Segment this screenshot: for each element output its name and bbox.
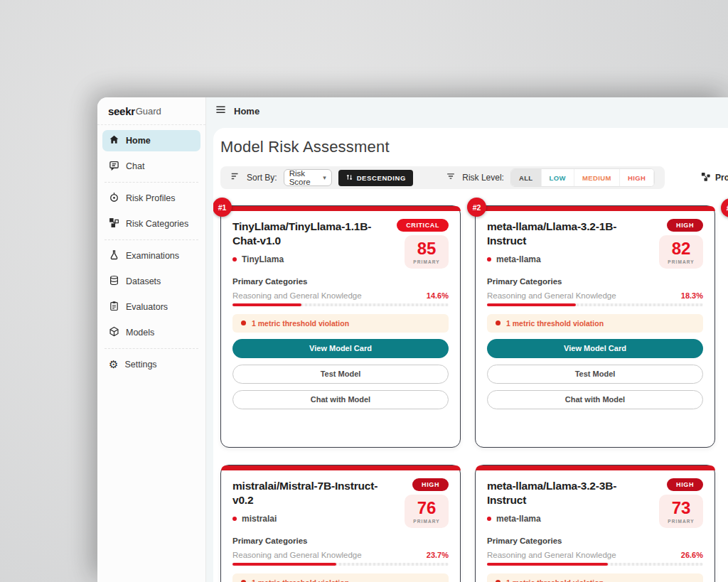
category-name: Reasoning and General Knowledge <box>232 551 362 559</box>
sidebar: seekr Guard Home Chat Risk Prof <box>97 97 206 582</box>
provider-name: meta-llama <box>496 514 541 524</box>
sort-select-value: Risk Score <box>289 169 323 186</box>
provider-name: meta-llama <box>496 254 541 264</box>
category-percent: 26.6% <box>681 551 703 559</box>
violation-dot-icon <box>496 320 500 325</box>
toolbar: Sort By: Risk Score ▾ DESCENDING <box>220 166 728 189</box>
category-row: Reasoning and General Knowledge 23.7% <box>232 551 449 559</box>
gear-icon: ⚙ <box>109 360 118 370</box>
chat-with-model-button[interactable]: Chat with Model <box>487 390 703 409</box>
sidebar-item-risk-profiles[interactable]: Risk Profiles <box>102 188 200 209</box>
category-percent: 14.6% <box>427 291 449 300</box>
risk-score: 76 <box>405 500 449 517</box>
chevron-down-icon: ▾ <box>323 175 326 181</box>
profiles-label: Prof <box>715 173 728 183</box>
risk-level-all[interactable]: ALL <box>511 169 542 186</box>
view-model-card-button[interactable]: View Model Card <box>487 339 703 358</box>
category-row: Reasoning and General Knowledge 18.3% <box>487 291 703 300</box>
risk-score-box: 82 PRIMARY <box>659 235 703 269</box>
models-icon <box>109 326 119 339</box>
sidebar-item-home[interactable]: Home <box>102 130 200 151</box>
model-card: #2 HIGH 82 PRIMARY meta-llama/Llama-3.2-… <box>475 205 715 448</box>
topbar-page-title: Home <box>234 106 259 117</box>
sidebar-item-label: Home <box>126 136 151 146</box>
category-progress-track <box>232 303 449 306</box>
risk-level-label: Risk Level: <box>462 173 504 183</box>
sidebar-item-models[interactable]: Models <box>102 322 200 343</box>
risk-score-box: 73 PRIMARY <box>659 495 703 528</box>
sidebar-item-label: Risk Categories <box>126 219 188 229</box>
category-row: Reasoning and General Knowledge 14.6% <box>232 291 449 300</box>
violation-alert: 1 metric threshold violation <box>232 314 449 333</box>
sort-filter-bar: Sort By: Risk Score ▾ DESCENDING <box>220 166 665 189</box>
risk-level-critical[interactable]: CRITICAL <box>654 169 655 186</box>
provider-name: mistralai <box>242 514 277 524</box>
sidebar-divider <box>105 182 198 183</box>
sort-select[interactable]: Risk Score ▾ <box>284 169 332 186</box>
model-cards-grid: #1 CRITICAL 85 PRIMARY TinyLlama/TinyLla… <box>220 205 718 582</box>
brand-logo: seekr Guard <box>97 97 205 125</box>
category-row: Reasoning and General Knowledge 26.6% <box>487 551 703 559</box>
primary-categories-label: Primary Categories <box>487 277 703 286</box>
examinations-icon <box>109 249 119 262</box>
primary-categories-label: Primary Categories <box>232 277 449 286</box>
sidebar-item-chat[interactable]: Chat <box>102 156 200 177</box>
sidebar-item-label: Chat <box>126 161 144 171</box>
content-wrap: Model Risk Assessment Sort By: Risk Scor… <box>206 125 728 582</box>
card-risk-bar <box>221 465 461 470</box>
sort-direction-button[interactable]: DESCENDING <box>338 170 413 186</box>
violation-dot-icon <box>241 320 246 325</box>
risk-score: 85 <box>405 240 449 257</box>
app-window: seekr Guard Home Chat Risk Prof <box>97 97 728 582</box>
brand-name-bold: seekr <box>108 105 135 117</box>
category-name: Reasoning and General Knowledge <box>487 291 616 300</box>
sidebar-item-evaluators[interactable]: Evaluators <box>102 296 200 318</box>
model-card: HIGH 73 PRIMARY meta-llama/Llama-3.2-3B-… <box>475 465 715 582</box>
primary-categories-label: Primary Categories <box>487 537 703 545</box>
model-card: #1 CRITICAL 85 PRIMARY TinyLlama/TinyLla… <box>220 205 461 448</box>
provider-dot-icon <box>232 517 237 521</box>
violation-alert: 1 metric threshold violation <box>487 314 703 333</box>
sidebar-item-settings[interactable]: ⚙ Settings <box>102 354 200 375</box>
risk-level-medium[interactable]: MEDIUM <box>574 169 620 186</box>
sidebar-item-datasets[interactable]: Datasets <box>102 271 200 292</box>
risk-score-type: PRIMARY <box>405 259 449 264</box>
sidebar-item-examinations[interactable]: Examinations <box>102 245 200 266</box>
test-model-button[interactable]: Test Model <box>232 365 449 384</box>
risk-score-box: 85 PRIMARY <box>405 235 449 269</box>
primary-categories-label: Primary Categories <box>232 537 449 545</box>
risk-score: 73 <box>659 500 703 517</box>
topbar: Home <box>206 97 728 125</box>
rank-badge: #1 <box>213 198 232 217</box>
test-model-button[interactable]: Test Model <box>487 365 703 384</box>
risk-score-type: PRIMARY <box>659 259 703 264</box>
risk-level-badge: HIGH <box>667 219 703 232</box>
evaluators-icon <box>109 301 119 313</box>
card-body: HIGH 73 PRIMARY meta-llama/Llama-3.2-3B-… <box>476 470 714 582</box>
risk-level-high[interactable]: HIGH <box>620 169 654 186</box>
page-title: Model Risk Assessment <box>220 138 728 156</box>
brand-name-light: Guard <box>136 106 161 117</box>
risk-score: 82 <box>659 240 703 257</box>
sidebar-item-label: Settings <box>124 360 156 370</box>
category-name: Reasoning and General Knowledge <box>487 551 616 559</box>
profiles-button[interactable]: Prof <box>701 172 728 184</box>
provider-dot-icon <box>487 517 491 521</box>
risk-level-low[interactable]: LOW <box>542 169 574 186</box>
chat-with-model-button[interactable]: Chat with Model <box>232 390 449 409</box>
main-region: Home Model Risk Assessment Sort By: Risk… <box>206 97 728 582</box>
card-risk-bar <box>476 465 715 470</box>
sidebar-item-risk-categories[interactable]: Risk Categories <box>102 213 200 235</box>
sidebar-item-label: Datasets <box>126 276 161 286</box>
violation-text: 1 metric threshold violation <box>506 319 604 328</box>
card-risk-bar <box>476 206 715 211</box>
home-icon <box>109 134 119 147</box>
category-percent: 18.3% <box>681 291 703 300</box>
sidebar-divider <box>105 239 198 240</box>
sort-direction-label: DESCENDING <box>357 174 406 182</box>
category-progress-fill <box>232 303 301 306</box>
category-progress-fill <box>487 563 608 566</box>
violation-alert: 1 metric threshold violation <box>487 573 703 582</box>
view-model-card-button[interactable]: View Model Card <box>232 339 449 358</box>
hamburger-menu-icon[interactable] <box>215 104 226 118</box>
